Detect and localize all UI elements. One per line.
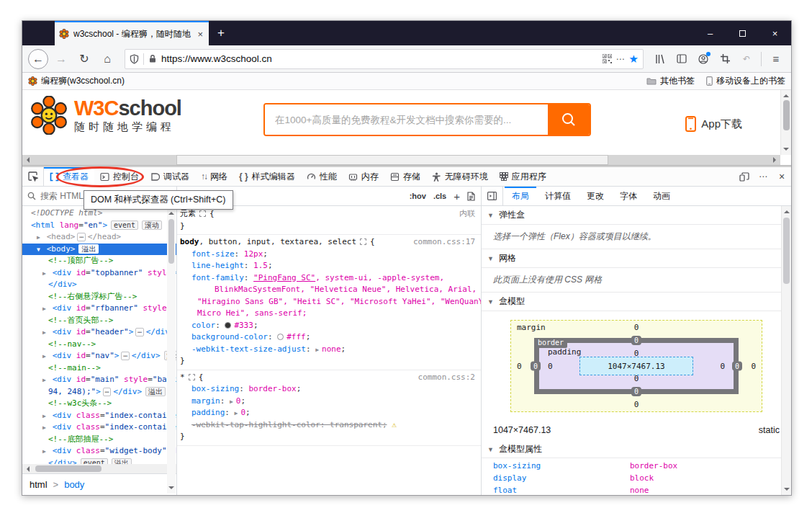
markup-line[interactable]: ▶ <div class="widget-body" d: [22, 445, 176, 458]
home-button[interactable]: ⌂: [97, 49, 117, 69]
scroll-left-icon[interactable]: [22, 155, 32, 165]
menu-icon[interactable]: ≡: [767, 50, 785, 68]
tab-changes[interactable]: 更改: [579, 187, 611, 205]
tree-horizontal-scrollbar[interactable]: [22, 464, 176, 473]
markup-line[interactable]: ▶ <div id="rfbanner" style=": [22, 303, 176, 315]
margin-bottom-value[interactable]: 0: [634, 400, 639, 409]
markup-line[interactable]: <!--右侧悬浮标广告-->: [22, 291, 176, 303]
markup-line[interactable]: <!--w3c头条-->: [22, 398, 176, 410]
css-line[interactable]: common.css:17body, button, input, textar…: [177, 236, 481, 249]
border-right-value[interactable]: 0: [732, 362, 742, 371]
page-vertical-scrollbar[interactable]: [780, 90, 791, 155]
tab-console[interactable]: 控制台: [94, 167, 145, 186]
back-button[interactable]: ←: [28, 49, 48, 69]
scroll-down-icon[interactable]: [781, 145, 791, 155]
css-line[interactable]: }: [177, 220, 481, 233]
boxmodel-prop-row[interactable]: display block: [482, 472, 791, 484]
css-line[interactable]: padding: ▶0;: [177, 407, 481, 419]
pick-element-button[interactable]: [22, 167, 44, 186]
tab-animations[interactable]: 动画: [646, 187, 677, 205]
markup-line[interactable]: </div>event溢出: [22, 458, 176, 465]
markup-line[interactable]: ▶ <div class="index-containe: [22, 421, 176, 434]
devtools-more-icon[interactable]: ⋯: [754, 167, 772, 186]
markup-line[interactable]: ▶ <div id="main" style="back: [22, 374, 176, 386]
devtools-close-icon[interactable]: ×: [772, 167, 791, 186]
screenshot-icon[interactable]: [716, 50, 734, 68]
scroll-left-icon[interactable]: [22, 464, 32, 474]
print-media-icon[interactable]: [467, 192, 475, 201]
layout-vertical-scrollbar[interactable]: [781, 206, 791, 495]
css-line[interactable]: font-family: "PingFang SC", system-ui, -…: [177, 272, 481, 285]
pseudo-class-button[interactable]: :hov: [410, 192, 426, 200]
page-horizontal-scrollbar[interactable]: [22, 155, 780, 165]
scroll-up-icon[interactable]: [782, 206, 792, 216]
css-line[interactable]: "Hiragino Sans GB", "Heiti SC", "Microso…: [177, 296, 481, 308]
scrollbar-thumb[interactable]: [783, 218, 790, 284]
markup-line[interactable]: ▶ <div id="header">⋯</div>: [22, 326, 176, 339]
grid-section-header[interactable]: ▼ 网格: [482, 249, 791, 268]
tab-fonts[interactable]: 字体: [613, 187, 644, 205]
markup-line[interactable]: <!--顶部广告-->: [22, 255, 176, 267]
add-rule-icon[interactable]: +: [454, 190, 460, 202]
markup-line[interactable]: <!--底部抽屉-->: [22, 434, 176, 446]
tab-inspector[interactable]: 查看器: [44, 167, 94, 186]
tab-performance[interactable]: 性能: [301, 167, 343, 186]
boxmodel-border-region[interactable]: border padding 0 0 0 0 0 0 0 0 1047×7467…: [534, 338, 739, 394]
minimize-button[interactable]: –: [694, 21, 726, 45]
boxmodel-content-region[interactable]: 1047×7467.13: [579, 357, 693, 375]
boxmodel-section-header[interactable]: ▼ 盒模型: [482, 293, 791, 311]
margin-top-value[interactable]: 0: [634, 323, 639, 332]
tab-memory[interactable]: 内存: [343, 167, 384, 186]
w3cschool-logo[interactable]: W3Cschool 随时随地学编程: [30, 96, 181, 135]
scroll-up-icon[interactable]: [781, 90, 791, 100]
close-button[interactable]: ×: [759, 21, 791, 45]
maximize-button[interactable]: [726, 21, 759, 45]
scroll-down-icon[interactable]: [782, 485, 792, 495]
tab-accessibility[interactable]: 无障碍环境: [426, 167, 494, 186]
border-left-value[interactable]: 0: [531, 362, 541, 371]
tab-computed[interactable]: 计算值: [538, 187, 578, 205]
other-bookmarks[interactable]: 其他书签: [646, 75, 695, 87]
css-line[interactable]: font-size: 12px;: [177, 249, 481, 261]
breadcrumb-html[interactable]: html: [30, 479, 48, 490]
css-line[interactable]: }: [177, 431, 481, 443]
scrollbar-thumb[interactable]: [783, 100, 790, 130]
css-line[interactable]: margin: ▶0;: [177, 396, 481, 408]
css-line[interactable]: -webkit-tap-highlight-color: transparent…: [177, 419, 481, 432]
border-bottom-value[interactable]: 0: [631, 387, 641, 396]
markup-line[interactable]: <!--main-->: [22, 362, 176, 375]
site-search-input[interactable]: [265, 104, 548, 135]
markup-line[interactable]: ▶ <div id="topbanner" style=: [22, 267, 176, 280]
markup-line[interactable]: ▶ <head>⋯</head>: [22, 231, 176, 244]
markup-line[interactable]: ▶ <div class="index-containe: [22, 410, 176, 422]
css-line[interactable]: 内联元素{: [177, 208, 481, 220]
padding-left-value[interactable]: 0: [548, 362, 553, 371]
css-line[interactable]: line-height: 1.5;: [177, 260, 481, 272]
tree-vertical-scrollbar[interactable]: [167, 208, 176, 494]
markup-line[interactable]: <html lang="en">event滚动: [22, 220, 176, 232]
tab-close-icon[interactable]: ×: [196, 29, 204, 40]
markup-line[interactable]: ▶ <div id="nav">⋯</div>溢出: [22, 350, 176, 362]
forward-button[interactable]: →: [51, 49, 71, 69]
scrollbar-thumb[interactable]: [168, 219, 174, 264]
tab-layout[interactable]: 布局: [505, 187, 536, 205]
tab-application[interactable]: 应用程序: [494, 167, 552, 186]
undo-closed-tab-icon[interactable]: ↶: [737, 50, 756, 68]
boxmodel-margin-region[interactable]: margin 0 0 0 0 border padding 0 0 0 0 0: [510, 320, 762, 412]
scroll-right-icon[interactable]: [770, 155, 780, 165]
tab-debugger[interactable]: 调试器: [145, 167, 195, 186]
tab-style-editor[interactable]: { } 样式编辑器: [233, 167, 301, 186]
expand-pane-icon[interactable]: [482, 187, 503, 205]
qr-scan-icon[interactable]: [603, 54, 612, 63]
css-line[interactable]: color: #333;: [177, 320, 481, 332]
bookmark-star-icon[interactable]: ★: [629, 53, 639, 66]
site-search-button[interactable]: [548, 104, 590, 135]
reload-button[interactable]: ↻: [74, 49, 94, 69]
markup-line[interactable]: </div>: [22, 279, 176, 291]
padding-right-value[interactable]: 0: [720, 362, 725, 371]
url-text[interactable]: https://www.w3cschool.cn: [161, 53, 598, 64]
scrollbar-thumb[interactable]: [176, 155, 608, 165]
margin-left-value[interactable]: 0: [517, 362, 522, 371]
browser-tab[interactable]: w3cschool - 编程狮，随时随地 ×: [55, 21, 209, 45]
scroll-down-icon[interactable]: [166, 483, 176, 494]
